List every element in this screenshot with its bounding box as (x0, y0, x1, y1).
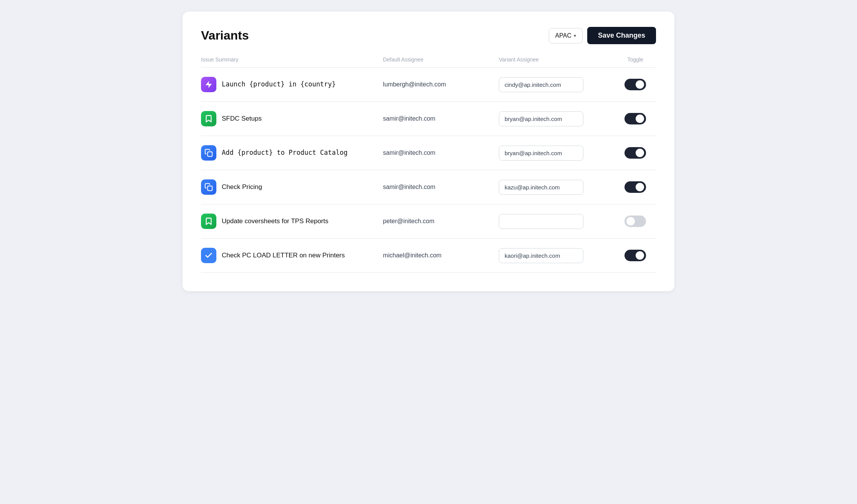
default-assignee: michael@initech.com (383, 252, 499, 259)
variant-assignee-input[interactable] (499, 214, 583, 229)
toggle-slider (624, 79, 646, 90)
variants-card: Variants APAC ▾ Save Changes Issue Summa… (183, 12, 674, 291)
table-row: Update coversheets for TPS Reportspeter@… (201, 204, 656, 239)
variant-assignee-input[interactable] (499, 111, 583, 126)
variant-assignee-cell (499, 214, 615, 229)
toggle-switch[interactable] (624, 250, 646, 261)
chevron-down-icon: ▾ (574, 33, 576, 38)
issue-summary-text: Launch {product} in {country} (222, 80, 336, 89)
toggle-switch[interactable] (624, 147, 646, 159)
toggle-switch[interactable] (624, 181, 646, 193)
toggle-cell (615, 79, 656, 90)
variant-assignee-input[interactable] (499, 146, 583, 161)
table-row: Check Pricingsamir@initech.com (201, 170, 656, 204)
col-header-variant: Variant Assignee (499, 56, 615, 63)
table-body: Launch {product} in {country}lumbergh@in… (201, 68, 656, 273)
table-header: Issue Summary Default Assignee Variant A… (201, 56, 656, 68)
region-label: APAC (555, 32, 571, 39)
default-assignee: samir@initech.com (383, 184, 499, 191)
variant-assignee-input[interactable] (499, 248, 583, 263)
toggle-slider (624, 216, 646, 227)
issue-summary-text: Check PC LOAD LETTER on new Printers (222, 251, 345, 260)
issue-cell: Check Pricing (201, 179, 383, 195)
toggle-cell (615, 216, 656, 227)
default-assignee: lumbergh@initech.com (383, 81, 499, 88)
page-title: Variants (201, 28, 249, 43)
issue-summary-text: Check Pricing (222, 182, 262, 192)
variant-assignee-cell (499, 111, 615, 126)
page-header: Variants APAC ▾ Save Changes (201, 27, 656, 44)
toggle-slider (624, 250, 646, 261)
toggle-switch[interactable] (624, 216, 646, 227)
table-row: Check PC LOAD LETTER on new Printersmich… (201, 239, 656, 273)
issue-cell: SFDC Setups (201, 111, 383, 126)
copy-icon (201, 145, 216, 161)
variant-assignee-input[interactable] (499, 77, 583, 92)
svg-rect-2 (208, 186, 212, 191)
toggle-switch[interactable] (624, 79, 646, 90)
check-icon (201, 248, 216, 263)
issue-summary-text: Add {product} to Product Catalog (222, 148, 348, 158)
header-actions: APAC ▾ Save Changes (549, 27, 656, 44)
col-header-default: Default Assignee (383, 56, 499, 63)
region-dropdown[interactable]: APAC ▾ (549, 28, 583, 43)
variant-assignee-cell (499, 180, 615, 195)
default-assignee: samir@initech.com (383, 149, 499, 156)
table-row: Add {product} to Product Catalogsamir@in… (201, 136, 656, 170)
svg-marker-0 (206, 81, 212, 88)
table-row: Launch {product} in {country}lumbergh@in… (201, 68, 656, 102)
toggle-switch[interactable] (624, 113, 646, 124)
copy-icon (201, 179, 216, 195)
issue-cell: Check PC LOAD LETTER on new Printers (201, 248, 383, 263)
variant-assignee-input[interactable] (499, 180, 583, 195)
issue-summary-text: SFDC Setups (222, 114, 262, 123)
variant-assignee-cell (499, 146, 615, 161)
variant-assignee-cell (499, 248, 615, 263)
issue-summary-text: Update coversheets for TPS Reports (222, 217, 329, 226)
col-header-issue: Issue Summary (201, 56, 383, 63)
save-changes-button[interactable]: Save Changes (587, 27, 656, 44)
bookmark-icon (201, 214, 216, 229)
default-assignee: peter@initech.com (383, 218, 499, 225)
variant-assignee-cell (499, 77, 615, 92)
issue-cell: Launch {product} in {country} (201, 77, 383, 92)
toggle-cell (615, 250, 656, 261)
lightning-icon (201, 77, 216, 92)
bookmark-icon (201, 111, 216, 126)
toggle-cell (615, 113, 656, 124)
issue-cell: Add {product} to Product Catalog (201, 145, 383, 161)
toggle-slider (624, 181, 646, 193)
svg-rect-1 (208, 152, 212, 156)
table-row: SFDC Setupssamir@initech.com (201, 102, 656, 136)
col-header-toggle: Toggle (615, 56, 656, 63)
toggle-cell (615, 181, 656, 193)
toggle-slider (624, 113, 646, 124)
default-assignee: samir@initech.com (383, 115, 499, 122)
issue-cell: Update coversheets for TPS Reports (201, 214, 383, 229)
toggle-slider (624, 147, 646, 159)
toggle-cell (615, 147, 656, 159)
